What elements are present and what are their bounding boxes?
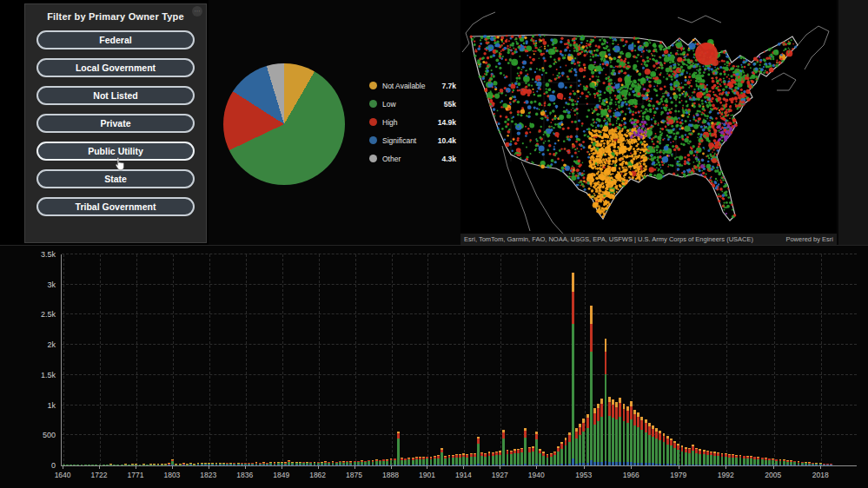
bar-segment <box>251 465 254 465</box>
x-tick <box>209 466 209 469</box>
bar-segment <box>524 431 527 438</box>
filter-button-state[interactable]: State <box>36 169 195 188</box>
legend-swatch-icon <box>369 118 377 126</box>
bar-segment <box>281 465 283 465</box>
bar-segment <box>157 465 160 465</box>
bar-segment <box>492 456 494 465</box>
bar-segment <box>412 465 414 465</box>
bar-segment <box>826 465 829 465</box>
bar-segment <box>309 465 312 465</box>
bar-segment <box>652 463 654 465</box>
legend-swatch-icon <box>369 82 377 89</box>
filter-button-local-government[interactable]: Local Government <box>36 58 195 77</box>
bar-segment <box>361 465 363 465</box>
legend-item-not-available[interactable]: Not Available7.7k <box>369 76 456 95</box>
bar-2021[interactable] <box>830 254 833 465</box>
bar-segment <box>73 465 76 465</box>
x-tick <box>536 466 537 469</box>
bar-segment <box>197 465 200 465</box>
bar-segment <box>590 324 593 353</box>
map-canvas[interactable] <box>461 0 837 245</box>
bar-segment <box>507 454 509 465</box>
bar-segment <box>182 465 185 465</box>
bar-segment <box>659 440 661 464</box>
bar-segment <box>222 465 225 465</box>
bar-segment <box>459 465 461 465</box>
bar-segment <box>582 432 585 463</box>
bar-segment <box>666 445 669 465</box>
legend-item-significant[interactable]: Significant10.4k <box>369 131 456 149</box>
filter-button-tribal-government[interactable]: Tribal Government <box>36 197 195 216</box>
bar-segment <box>335 465 338 465</box>
legend-label: High <box>382 118 438 127</box>
panel-options-icon[interactable]: ⋯ <box>192 6 202 16</box>
bar-segment <box>568 442 571 464</box>
filter-button-public-utility[interactable]: Public Utility <box>36 142 195 161</box>
bar-segment <box>419 459 421 465</box>
filter-button-federal[interactable]: Federal <box>36 30 195 49</box>
bar-segment <box>557 452 560 464</box>
bar-segment <box>560 449 563 465</box>
filter-panel-title: Filter by Primary Owner Type <box>25 11 206 22</box>
bar-segment <box>499 465 501 465</box>
filter-button-not-listed[interactable]: Not Listed <box>36 86 195 105</box>
bar-segment <box>84 465 87 465</box>
filter-button-private[interactable]: Private <box>36 114 195 133</box>
legend-item-high[interactable]: High14.9k <box>369 113 456 131</box>
bar-segment <box>666 439 669 445</box>
y-tick-label: 0 <box>51 461 56 470</box>
x-tick <box>136 466 136 469</box>
bar-segment <box>397 439 400 465</box>
bar-segment <box>692 465 694 465</box>
bar-segment <box>401 465 403 465</box>
bar-segment <box>448 465 451 465</box>
x-tick <box>282 466 282 469</box>
bar-segment <box>746 465 749 465</box>
bar-segment <box>274 465 276 465</box>
serial-chart-panel: 05001k1.5k2k2.5k3k3.5k 16401722177118031… <box>0 245 868 488</box>
x-tick <box>463 466 464 469</box>
bar-segment <box>739 458 742 465</box>
bar-segment <box>725 457 727 465</box>
pie-chart[interactable] <box>223 63 345 185</box>
bar-segment <box>692 451 694 465</box>
x-tick-label: 1722 <box>91 471 108 479</box>
bar-segment <box>128 465 130 465</box>
bar-segment <box>444 465 447 465</box>
bar-segment <box>502 464 505 465</box>
bar-segment <box>241 465 243 465</box>
x-tick-label: 1849 <box>273 471 289 479</box>
legend-item-low[interactable]: Low55k <box>369 95 456 113</box>
bar-segment <box>349 465 352 465</box>
bar-segment <box>575 439 578 463</box>
bar-segment <box>655 439 658 463</box>
bar-segment <box>786 465 789 465</box>
bar-segment <box>517 453 520 465</box>
bar-segment <box>149 465 152 465</box>
pie-chart-panel: Not Available7.7kLow55kHigh14.9kSignific… <box>209 0 461 245</box>
bar-segment <box>539 465 541 465</box>
x-tick <box>584 466 585 469</box>
bar-segment <box>106 465 109 465</box>
bar-segment <box>801 465 804 465</box>
bar-segment <box>812 465 814 465</box>
bar-segment <box>590 352 593 459</box>
bar-segment <box>488 465 491 465</box>
bar-segment <box>550 465 553 465</box>
bar-segment <box>448 458 451 465</box>
bar-segment <box>495 465 498 465</box>
bar-segment <box>630 406 633 419</box>
x-tick <box>391 466 392 469</box>
x-tick-label: 1803 <box>163 471 180 479</box>
bar-segment <box>171 465 174 465</box>
x-tick <box>500 466 500 469</box>
bar-segment <box>681 452 684 465</box>
bar-segment <box>161 465 163 465</box>
bar-segment <box>640 430 643 462</box>
bar-segment <box>179 465 182 465</box>
bar-segment <box>459 458 461 465</box>
legend-item-other[interactable]: Other4.3k <box>369 149 456 168</box>
bar-segment <box>488 456 491 465</box>
bar-segment <box>211 465 214 465</box>
x-tick <box>631 466 632 469</box>
